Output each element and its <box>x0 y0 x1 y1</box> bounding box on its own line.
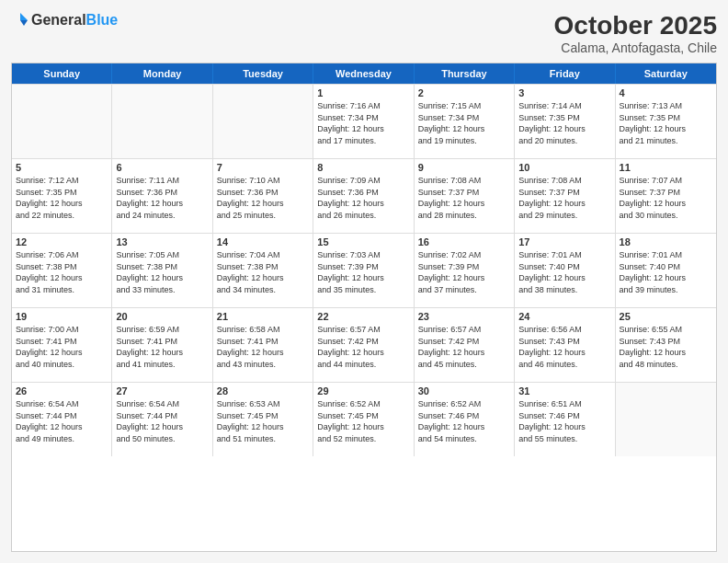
calendar: SundayMondayTuesdayWednesdayThursdayFrid… <box>11 63 717 552</box>
day-number: 7 <box>217 162 309 173</box>
day-24: 24Sunrise: 6:56 AMSunset: 7:43 PMDayligh… <box>515 308 615 382</box>
empty-cell <box>12 85 112 158</box>
day-3: 3Sunrise: 7:14 AMSunset: 7:35 PMDaylight… <box>515 85 615 158</box>
day-number: 9 <box>418 162 510 173</box>
day-number: 17 <box>518 236 610 247</box>
day-number: 6 <box>116 162 208 173</box>
header-day-monday: Monday <box>112 63 212 84</box>
cell-content: Sunrise: 7:10 AMSunset: 7:36 PMDaylight:… <box>217 175 309 221</box>
cell-content: Sunrise: 7:06 AMSunset: 7:38 PMDaylight:… <box>16 249 108 295</box>
logo-text-blue: Blue <box>86 12 119 29</box>
day-number: 29 <box>317 385 409 396</box>
cell-content: Sunrise: 7:07 AMSunset: 7:37 PMDaylight:… <box>620 175 712 221</box>
calendar-header: SundayMondayTuesdayWednesdayThursdayFrid… <box>12 63 716 84</box>
svg-marker-1 <box>20 20 28 26</box>
header: GeneralBlue October 2025 Calama, Antofag… <box>11 11 717 55</box>
day-14: 14Sunrise: 7:04 AMSunset: 7:38 PMDayligh… <box>213 234 313 307</box>
day-number: 4 <box>620 87 712 98</box>
cell-content: Sunrise: 7:04 AMSunset: 7:38 PMDaylight:… <box>217 249 309 295</box>
header-day-sunday: Sunday <box>12 63 112 84</box>
day-22: 22Sunrise: 6:57 AMSunset: 7:42 PMDayligh… <box>313 308 414 382</box>
day-4: 4Sunrise: 7:13 AMSunset: 7:35 PMDaylight… <box>616 85 716 158</box>
cell-content: Sunrise: 7:12 AMSunset: 7:35 PMDaylight:… <box>16 175 108 221</box>
day-16: 16Sunrise: 7:02 AMSunset: 7:39 PMDayligh… <box>415 234 515 307</box>
header-day-tuesday: Tuesday <box>213 63 313 84</box>
day-26: 26Sunrise: 6:54 AMSunset: 7:44 PMDayligh… <box>12 383 112 456</box>
day-7: 7Sunrise: 7:10 AMSunset: 7:36 PMDaylight… <box>213 159 313 233</box>
day-21: 21Sunrise: 6:58 AMSunset: 7:41 PMDayligh… <box>213 308 313 382</box>
cell-content: Sunrise: 7:08 AMSunset: 7:37 PMDaylight:… <box>518 175 610 221</box>
cell-content: Sunrise: 7:08 AMSunset: 7:37 PMDaylight:… <box>418 175 510 221</box>
cell-content: Sunrise: 6:54 AMSunset: 7:44 PMDaylight:… <box>116 398 208 444</box>
header-day-friday: Friday <box>515 63 615 84</box>
cell-content: Sunrise: 7:01 AMSunset: 7:40 PMDaylight:… <box>620 249 712 295</box>
header-day-wednesday: Wednesday <box>313 63 414 84</box>
cell-content: Sunrise: 7:16 AMSunset: 7:34 PMDaylight:… <box>317 100 409 146</box>
day-6: 6Sunrise: 7:11 AMSunset: 7:36 PMDaylight… <box>112 159 212 233</box>
cell-content: Sunrise: 7:05 AMSunset: 7:38 PMDaylight:… <box>116 249 208 295</box>
page: GeneralBlue October 2025 Calama, Antofag… <box>0 0 728 563</box>
empty-cell <box>213 85 313 158</box>
calendar-week-4: 19Sunrise: 7:00 AMSunset: 7:41 PMDayligh… <box>12 307 716 382</box>
calendar-body: 1Sunrise: 7:16 AMSunset: 7:34 PMDaylight… <box>12 84 716 531</box>
day-20: 20Sunrise: 6:59 AMSunset: 7:41 PMDayligh… <box>112 308 212 382</box>
calendar-week-1: 1Sunrise: 7:16 AMSunset: 7:34 PMDaylight… <box>12 84 716 158</box>
cell-content: Sunrise: 6:52 AMSunset: 7:46 PMDaylight:… <box>418 398 510 444</box>
header-day-thursday: Thursday <box>415 63 515 84</box>
day-8: 8Sunrise: 7:09 AMSunset: 7:36 PMDaylight… <box>313 159 414 233</box>
cell-content: Sunrise: 7:00 AMSunset: 7:41 PMDaylight:… <box>16 324 108 370</box>
cell-content: Sunrise: 7:14 AMSunset: 7:35 PMDaylight:… <box>518 100 610 146</box>
day-27: 27Sunrise: 6:54 AMSunset: 7:44 PMDayligh… <box>112 383 212 456</box>
day-number: 8 <box>317 162 409 173</box>
cell-content: Sunrise: 7:09 AMSunset: 7:36 PMDaylight:… <box>317 175 409 221</box>
day-2: 2Sunrise: 7:15 AMSunset: 7:34 PMDaylight… <box>415 85 515 158</box>
cell-content: Sunrise: 6:57 AMSunset: 7:42 PMDaylight:… <box>317 324 409 370</box>
calendar-week-3: 12Sunrise: 7:06 AMSunset: 7:38 PMDayligh… <box>12 233 716 307</box>
day-number: 23 <box>418 311 510 322</box>
day-number: 25 <box>620 311 712 322</box>
cell-content: Sunrise: 7:01 AMSunset: 7:40 PMDaylight:… <box>518 249 610 295</box>
day-15: 15Sunrise: 7:03 AMSunset: 7:39 PMDayligh… <box>313 234 414 307</box>
cell-content: Sunrise: 6:56 AMSunset: 7:43 PMDaylight:… <box>518 324 610 370</box>
cell-content: Sunrise: 7:11 AMSunset: 7:36 PMDaylight:… <box>116 175 208 221</box>
day-9: 9Sunrise: 7:08 AMSunset: 7:37 PMDaylight… <box>415 159 515 233</box>
day-number: 11 <box>620 162 712 173</box>
day-number: 1 <box>317 87 409 98</box>
day-number: 3 <box>518 87 610 98</box>
day-31: 31Sunrise: 6:51 AMSunset: 7:46 PMDayligh… <box>515 383 615 456</box>
cell-content: Sunrise: 6:55 AMSunset: 7:43 PMDaylight:… <box>620 324 712 370</box>
title-section: October 2025 Calama, Antofagasta, Chile <box>554 11 717 55</box>
empty-cell <box>616 383 716 456</box>
cell-content: Sunrise: 6:58 AMSunset: 7:41 PMDaylight:… <box>217 324 309 370</box>
day-number: 19 <box>16 311 108 322</box>
cell-content: Sunrise: 6:57 AMSunset: 7:42 PMDaylight:… <box>418 324 510 370</box>
day-number: 31 <box>518 385 610 396</box>
day-number: 16 <box>418 236 510 247</box>
logo-icon <box>11 11 29 29</box>
day-25: 25Sunrise: 6:55 AMSunset: 7:43 PMDayligh… <box>616 308 716 382</box>
cell-content: Sunrise: 6:59 AMSunset: 7:41 PMDaylight:… <box>116 324 208 370</box>
day-18: 18Sunrise: 7:01 AMSunset: 7:40 PMDayligh… <box>616 234 716 307</box>
day-number: 18 <box>620 236 712 247</box>
svg-marker-0 <box>20 13 28 20</box>
day-number: 27 <box>116 385 208 396</box>
day-number: 13 <box>116 236 208 247</box>
logo-text-general: General <box>31 12 86 29</box>
day-10: 10Sunrise: 7:08 AMSunset: 7:37 PMDayligh… <box>515 159 615 233</box>
empty-cell <box>112 85 212 158</box>
day-13: 13Sunrise: 7:05 AMSunset: 7:38 PMDayligh… <box>112 234 212 307</box>
calendar-week-5: 26Sunrise: 6:54 AMSunset: 7:44 PMDayligh… <box>12 382 716 456</box>
cell-content: Sunrise: 6:53 AMSunset: 7:45 PMDaylight:… <box>217 398 309 444</box>
day-number: 20 <box>116 311 208 322</box>
day-number: 21 <box>217 311 309 322</box>
cell-content: Sunrise: 6:51 AMSunset: 7:46 PMDaylight:… <box>518 398 610 444</box>
month-title: October 2025 <box>554 11 717 40</box>
logo: GeneralBlue <box>11 11 118 29</box>
day-number: 26 <box>16 385 108 396</box>
cell-content: Sunrise: 7:15 AMSunset: 7:34 PMDaylight:… <box>418 100 510 146</box>
day-number: 10 <box>518 162 610 173</box>
day-number: 2 <box>418 87 510 98</box>
day-number: 30 <box>418 385 510 396</box>
day-30: 30Sunrise: 6:52 AMSunset: 7:46 PMDayligh… <box>415 383 515 456</box>
cell-content: Sunrise: 6:52 AMSunset: 7:45 PMDaylight:… <box>317 398 409 444</box>
